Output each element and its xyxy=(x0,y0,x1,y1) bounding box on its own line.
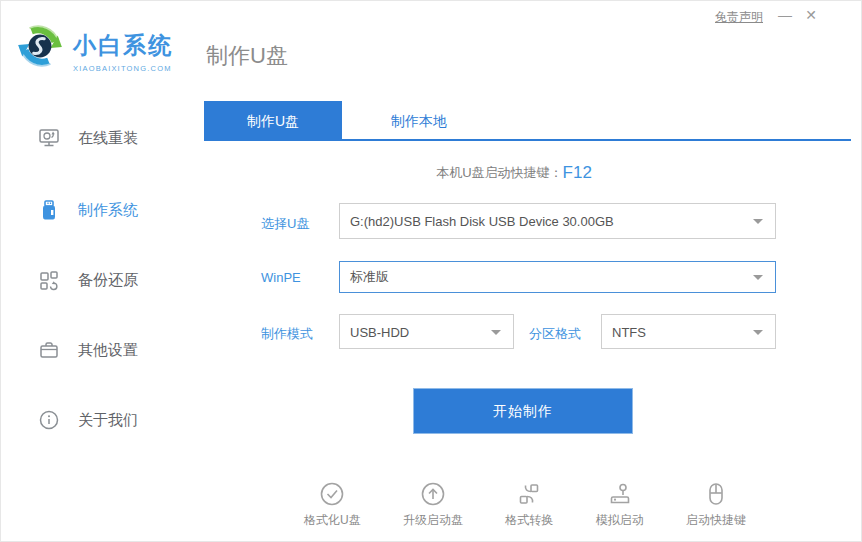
tool-label: 模拟启动 xyxy=(596,512,644,529)
usb-select-value: G:(hd2)USB Flash Disk USB Device 30.00GB xyxy=(350,214,614,229)
partition-format-value: NTFS xyxy=(612,324,646,339)
boot-hotkey-hint: 本机U盘启动快捷键：F12 xyxy=(204,163,824,183)
check-circle-icon xyxy=(319,481,345,507)
usb-drive-icon xyxy=(38,199,60,221)
sidebar-item-label: 制作系统 xyxy=(78,201,138,220)
chevron-down-icon xyxy=(753,275,763,280)
backup-restore-icon xyxy=(38,269,60,291)
sidebar-item-label: 在线重装 xyxy=(78,129,138,148)
tool-upgrade-boot-disk[interactable]: 升级启动盘 xyxy=(403,481,463,529)
brand-domain: XIAOBAIXITONG.COM xyxy=(73,64,173,73)
page-title: 制作U盘 xyxy=(206,41,288,71)
partition-format-label: 分区格式 xyxy=(529,325,581,343)
chevron-down-icon xyxy=(753,219,763,224)
sidebar-item-backup-restore[interactable]: 备份还原 xyxy=(38,267,138,293)
start-make-button[interactable]: 开始制作 xyxy=(413,388,633,434)
sidebar-item-label: 关于我们 xyxy=(78,411,138,430)
mouse-icon xyxy=(703,481,729,507)
tool-label: 格式化U盘 xyxy=(304,512,361,529)
boot-hotkey-value: F12 xyxy=(563,163,592,182)
tool-format-usb[interactable]: 格式化U盘 xyxy=(304,481,361,529)
tool-label: 启动快捷键 xyxy=(686,512,746,529)
bottom-toolbar: 格式化U盘 升级启动盘 格式转换 xyxy=(304,481,746,529)
tool-label: 升级启动盘 xyxy=(403,512,463,529)
tool-simulate-boot[interactable]: 模拟启动 xyxy=(596,481,644,529)
format-convert-icon xyxy=(516,481,542,507)
chevron-down-icon xyxy=(753,330,763,335)
make-mode-value: USB-HDD xyxy=(350,324,409,339)
sidebar-item-about-us[interactable]: 关于我们 xyxy=(38,407,138,433)
sidebar-item-other-settings[interactable]: 其他设置 xyxy=(38,337,138,363)
tab-make-usb[interactable]: 制作U盘 xyxy=(204,101,342,141)
winpe-dropdown[interactable]: 标准版 xyxy=(339,261,776,293)
sidebar-item-label: 备份还原 xyxy=(78,271,138,290)
tool-boot-hotkey[interactable]: 启动快捷键 xyxy=(686,481,746,529)
info-icon xyxy=(38,409,60,431)
usb-select-label: 选择U盘 xyxy=(261,215,309,233)
winpe-label: WinPE xyxy=(261,270,301,285)
make-mode-dropdown[interactable]: USB-HDD xyxy=(339,314,514,349)
chevron-down-icon xyxy=(491,330,501,335)
monitor-reinstall-icon xyxy=(38,127,60,149)
briefcase-icon xyxy=(38,339,60,361)
brand-logo-icon xyxy=(15,21,65,71)
sidebar-item-online-reinstall[interactable]: 在线重装 xyxy=(38,125,138,151)
arrow-up-circle-icon xyxy=(420,481,446,507)
tab-make-local[interactable]: 制作本地 xyxy=(344,101,494,141)
tab-bar: 制作U盘 制作本地 xyxy=(204,101,851,141)
brand-name: 小白系统 xyxy=(73,30,173,61)
partition-format-dropdown[interactable]: NTFS xyxy=(601,314,776,349)
sidebar-item-make-system[interactable]: 制作系统 xyxy=(38,197,138,223)
tool-format-convert[interactable]: 格式转换 xyxy=(505,481,553,529)
disclaimer-link[interactable]: 免责声明 xyxy=(715,9,763,26)
usb-select-dropdown[interactable]: G:(hd2)USB Flash Disk USB Device 30.00GB xyxy=(339,203,776,239)
simulate-boot-icon xyxy=(607,481,633,507)
sidebar-item-label: 其他设置 xyxy=(78,341,138,360)
app-window: 免责声明 — ✕ 小白系统 XIAOBAIXITONG.COM 制作U盘 在线重… xyxy=(0,0,862,542)
make-mode-label: 制作模式 xyxy=(261,325,313,343)
tool-label: 格式转换 xyxy=(505,512,553,529)
winpe-value: 标准版 xyxy=(350,268,389,286)
brand-block: 小白系统 XIAOBAIXITONG.COM xyxy=(73,30,173,73)
close-icon[interactable]: ✕ xyxy=(801,7,821,23)
minimize-icon[interactable]: — xyxy=(775,7,795,23)
boot-hotkey-label: 本机U盘启动快捷键： xyxy=(436,165,562,180)
